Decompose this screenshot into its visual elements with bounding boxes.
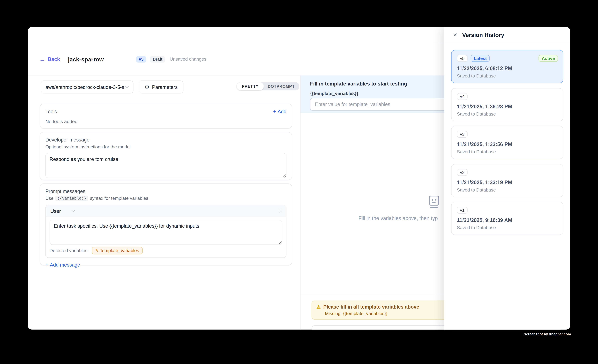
- toggle-dotprompt[interactable]: DOTPROMPT: [264, 83, 298, 90]
- template-variable-chip[interactable]: ✎ template_variables: [92, 247, 142, 255]
- variable-syntax-chip: {{variable}}: [55, 196, 88, 201]
- gear-icon: ⚙: [145, 84, 149, 90]
- version-card-v5[interactable]: v5 Latest Active 11/22/2025, 6:08:12 PM …: [451, 50, 563, 83]
- version-card-v1[interactable]: v1 11/21/2025, 9:16:39 AM Saved to Datab…: [451, 202, 563, 235]
- draft-badge: Draft: [150, 56, 165, 62]
- toggle-pretty[interactable]: PRETTY: [236, 82, 264, 90]
- developer-message-subtitle: Optional system instructions for the mod…: [45, 144, 286, 149]
- warning-title-text: Please fill in all template variables ab…: [323, 304, 419, 310]
- version-number-badge: v2: [457, 169, 468, 176]
- model-select[interactable]: aws/anthropic/bedrock-claude-3-5-s...: [41, 81, 133, 93]
- version-timestamp: 11/21/2025, 1:36:28 PM: [457, 104, 558, 109]
- parameters-label: Parameters: [152, 84, 178, 90]
- empty-state-text: Fill in the variables above, then typ: [358, 215, 438, 221]
- prompt-messages-title: Prompt messages: [45, 188, 286, 194]
- format-toggle: PRETTY DOTPROMPT: [236, 82, 299, 90]
- screenshot-stage: ← Back jack-sparrow v5 Draft Unsaved cha…: [0, 0, 598, 364]
- tools-empty-text: No tools added: [45, 119, 286, 124]
- version-saved-text: Saved to Database: [457, 111, 558, 116]
- version-number-badge: v5: [457, 55, 468, 62]
- version-timestamp: 11/21/2025, 1:33:19 PM: [457, 179, 558, 185]
- developer-message-card: Developer message Optional system instru…: [40, 132, 292, 180]
- plus-icon: +: [273, 109, 276, 115]
- back-arrow-icon: ←: [39, 56, 45, 62]
- prompt-messages-subtitle: Use {{variable}} syntax for template var…: [45, 196, 286, 201]
- unsaved-changes-text: Unsaved changes: [170, 56, 207, 62]
- version-history-header: ✕ Version History: [444, 27, 570, 43]
- add-tool-button[interactable]: + Add: [273, 109, 286, 115]
- version-timestamp: 11/21/2025, 9:16:39 AM: [457, 217, 558, 223]
- version-saved-text: Saved to Database: [457, 149, 558, 154]
- model-select-value: aws/anthropic/bedrock-claude-3-5-s...: [45, 84, 125, 90]
- tools-card: Tools + Add No tools added: [40, 104, 292, 128]
- subtitle-prefix: Use: [45, 196, 54, 201]
- page-title: jack-sparrow: [68, 56, 104, 62]
- version-card-v2[interactable]: v2 11/21/2025, 1:33:19 PM Saved to Datab…: [451, 164, 563, 197]
- message-header: User: [46, 205, 286, 217]
- pencil-icon: ✎: [95, 248, 99, 253]
- developer-message-textarea[interactable]: Respond as you are tom cruise: [45, 153, 286, 178]
- version-saved-text: Saved to Database: [457, 225, 558, 230]
- parameters-button[interactable]: ⚙ Parameters: [139, 81, 183, 93]
- message-textarea[interactable]: Enter task specifics. Use {{template_var…: [50, 220, 282, 245]
- detected-variables-row: Detected variables: ✎ template_variables: [50, 247, 282, 256]
- prompt-messages-card: Prompt messages Use {{variable}} syntax …: [40, 183, 292, 265]
- drag-handle-icon[interactable]: [279, 208, 282, 213]
- message-block: User Enter task specifics. Use {{templat…: [45, 205, 286, 258]
- version-card-v3[interactable]: v3 11/21/2025, 1:33:56 PM Saved to Datab…: [451, 126, 563, 159]
- robot-icon: [429, 196, 439, 208]
- latest-badge: Latest: [471, 55, 490, 62]
- developer-message-title: Developer message: [45, 137, 286, 143]
- back-button[interactable]: ← Back: [39, 56, 60, 62]
- add-tool-label: Add: [278, 109, 286, 115]
- chevron-down-icon: [72, 210, 75, 212]
- version-saved-text: Saved to Database: [457, 73, 558, 79]
- plus-icon: +: [45, 262, 48, 268]
- version-number-badge: v1: [457, 207, 468, 214]
- version-history-title: Version History: [462, 32, 504, 38]
- back-label: Back: [48, 56, 60, 62]
- version-timestamp: 11/22/2025, 6:08:12 PM: [457, 66, 558, 71]
- role-select[interactable]: User: [50, 208, 75, 214]
- close-icon[interactable]: ✕: [453, 33, 457, 37]
- watermark-text: Screenshot by Xnapper.com: [524, 332, 571, 336]
- detected-variables-label: Detected variables:: [50, 248, 89, 253]
- subtitle-suffix: syntax for template variables: [90, 196, 148, 201]
- version-number-badge: v4: [457, 93, 468, 100]
- version-badge: v5: [136, 56, 146, 62]
- version-saved-text: Saved to Database: [457, 187, 558, 192]
- version-number-badge: v3: [457, 131, 468, 138]
- add-message-button[interactable]: + Add message: [45, 262, 80, 268]
- chevron-down-icon: [125, 86, 129, 88]
- version-card-v4[interactable]: v4 11/21/2025, 1:36:28 PM Saved to Datab…: [451, 88, 563, 121]
- active-status-badge: Active: [539, 55, 558, 62]
- tools-title: Tools: [45, 109, 57, 115]
- version-list: v5 Latest Active 11/22/2025, 6:08:12 PM …: [444, 43, 570, 247]
- editor-column: aws/anthropic/bedrock-claude-3-5-s... ⚙ …: [28, 75, 300, 330]
- version-history-panel: ✕ Version History v5 Latest Active 11/22…: [444, 27, 570, 330]
- role-select-value: User: [50, 208, 61, 214]
- warning-icon: ⚠: [316, 305, 321, 309]
- message-body: Enter task specifics. Use {{template_var…: [46, 217, 286, 257]
- template-variable-name: template_variables: [101, 248, 139, 253]
- add-message-label: Add message: [50, 262, 80, 268]
- version-timestamp: 11/21/2025, 1:33:56 PM: [457, 141, 558, 147]
